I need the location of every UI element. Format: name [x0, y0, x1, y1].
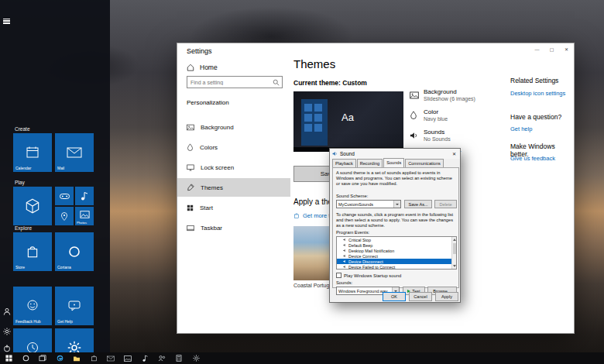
speaker-icon — [343, 259, 347, 263]
prop-label: Color — [424, 108, 438, 115]
screen: Create Calendar Mail Play Photos Explore — [0, 0, 604, 364]
list-item[interactable]: Desktop Mail Notification — [337, 248, 456, 253]
map-pin-icon — [60, 211, 68, 221]
tile-cortana[interactable]: Cortana — [55, 232, 94, 271]
list-item-selected[interactable]: Device Disconnect — [337, 259, 456, 264]
cortana-button[interactable] — [17, 352, 34, 364]
list-item[interactable]: Device Failed to Connect — [337, 264, 456, 270]
calendar-icon — [26, 146, 39, 160]
tile-mail[interactable]: Mail — [55, 133, 94, 172]
sidebar-item-background[interactable]: Background — [177, 118, 290, 136]
maximize-button[interactable]: ▢ — [544, 43, 559, 55]
tile-photos[interactable]: Photos — [75, 207, 94, 225]
sidebar-item-themes[interactable]: Themes — [177, 178, 290, 197]
apply-button[interactable]: Apply — [435, 292, 458, 301]
list-item[interactable]: Default Beep — [337, 242, 456, 248]
tile-calendar[interactable]: Calendar — [13, 133, 52, 172]
tile-settings[interactable] — [55, 328, 94, 352]
sound-scheme-dropdown[interactable]: MyCustomSounds — [336, 200, 401, 208]
photos-button[interactable] — [119, 352, 136, 364]
mail-icon — [107, 355, 115, 362]
tile-label: Photos — [77, 221, 87, 225]
dialog-title: Sound — [340, 151, 355, 156]
program-events-list[interactable]: Critical Stop Default Beep Desktop Mail … — [336, 236, 457, 270]
tile-maps[interactable] — [55, 207, 74, 225]
shopping-bag-icon — [91, 355, 98, 362]
have-a-question-heading: Have a question? — [510, 113, 561, 121]
settings-search-box — [187, 76, 283, 88]
list-item[interactable]: Critical Stop — [337, 237, 456, 242]
tile-feedback-hub[interactable]: Feedback Hub — [13, 287, 52, 325]
people-button[interactable] — [153, 352, 170, 364]
tile-get-help[interactable]: Get Help — [55, 287, 94, 325]
theme-prop-sounds[interactable]: Sounds No Sounds — [410, 129, 510, 143]
cube-icon — [24, 197, 41, 215]
close-button[interactable]: ✕ — [559, 43, 574, 55]
sidebar-item-home[interactable]: Home — [187, 64, 218, 71]
search-input[interactable] — [187, 80, 273, 85]
program-events-label: Program Events: — [336, 230, 369, 235]
windows-logo-icon — [5, 355, 12, 362]
cancel-button[interactable]: Cancel — [409, 292, 432, 301]
settings-button[interactable] — [187, 352, 204, 364]
store-bag-icon — [293, 212, 300, 219]
tile-groove-music[interactable] — [75, 187, 94, 205]
ok-button[interactable]: OK — [383, 292, 406, 301]
paintbrush-icon — [187, 184, 194, 191]
file-explorer-button[interactable] — [68, 352, 85, 364]
music-note-icon — [81, 191, 88, 201]
task-view-button[interactable] — [34, 352, 51, 364]
theme-prop-background[interactable]: Background Slideshow (6 images) — [410, 88, 510, 102]
list-item[interactable]: Device Connect — [337, 253, 456, 259]
give-us-feedback-link[interactable]: Give us feedback — [510, 155, 555, 162]
page-title: Themes — [293, 57, 335, 70]
hamburger-menu-icon[interactable] — [3, 17, 11, 25]
related-settings-heading: Related Settings — [510, 77, 558, 84]
start-button[interactable] — [0, 352, 17, 364]
prop-label: Sounds — [424, 129, 444, 136]
calculator-button[interactable] — [170, 352, 187, 364]
mail-button[interactable] — [102, 352, 119, 364]
sidebar-item-lock-screen[interactable]: Lock screen — [177, 158, 290, 177]
sidebar-item-colors[interactable]: Colors — [177, 138, 290, 156]
preview-start-menu — [301, 99, 328, 146]
taskbar — [0, 352, 604, 364]
delete-button[interactable]: Delete — [434, 200, 457, 208]
droplet-icon — [187, 143, 194, 151]
sidebar-item-label: Background — [201, 124, 234, 131]
save-as-button[interactable]: Save As... — [404, 200, 432, 208]
desktop-icon-settings-link[interactable]: Desktop icon settings — [510, 90, 565, 97]
chevron-down-icon[interactable] — [393, 201, 400, 208]
tile-store[interactable]: Store — [13, 232, 52, 271]
store-button[interactable] — [85, 352, 102, 364]
get-help-link[interactable]: Get help — [510, 125, 532, 132]
search-icon[interactable] — [273, 79, 280, 86]
speaker-icon — [343, 238, 347, 242]
change-hint-text: To change sounds, click a program event … — [336, 212, 456, 228]
group-label-create: Create — [15, 126, 30, 132]
tile-label: Cortana — [57, 265, 71, 270]
tile-xbox[interactable] — [55, 187, 74, 205]
tab-sounds[interactable]: Sounds — [383, 158, 404, 167]
tile-alarms-clock[interactable] — [13, 328, 52, 352]
minimize-button[interactable]: — — [530, 43, 544, 55]
power-icon[interactable] — [3, 342, 11, 349]
home-label: Home — [200, 64, 218, 71]
list-scrollbar[interactable] — [451, 237, 456, 269]
edge-icon — [57, 355, 63, 362]
edge-button[interactable] — [51, 352, 68, 364]
settings-gear-icon[interactable] — [3, 325, 11, 332]
sidebar-item-label: Taskbar — [201, 225, 222, 232]
sidebar-item-taskbar[interactable]: Taskbar — [177, 218, 290, 237]
photos-icon — [80, 211, 90, 218]
sidebar-item-start[interactable]: Start — [177, 198, 290, 217]
groove-music-button[interactable] — [136, 352, 153, 364]
theme-prop-color[interactable]: Color Navy blue — [410, 108, 510, 122]
dialog-close-button[interactable]: ✕ — [448, 149, 460, 158]
prop-value: Slideshow (6 images) — [424, 96, 475, 101]
tile-3d-builder[interactable] — [13, 187, 52, 225]
user-icon[interactable] — [3, 305, 11, 313]
cortana-ring-icon — [67, 245, 81, 259]
current-theme-preview: Aa — [293, 91, 403, 152]
startup-sound-checkbox[interactable] — [336, 273, 341, 278]
